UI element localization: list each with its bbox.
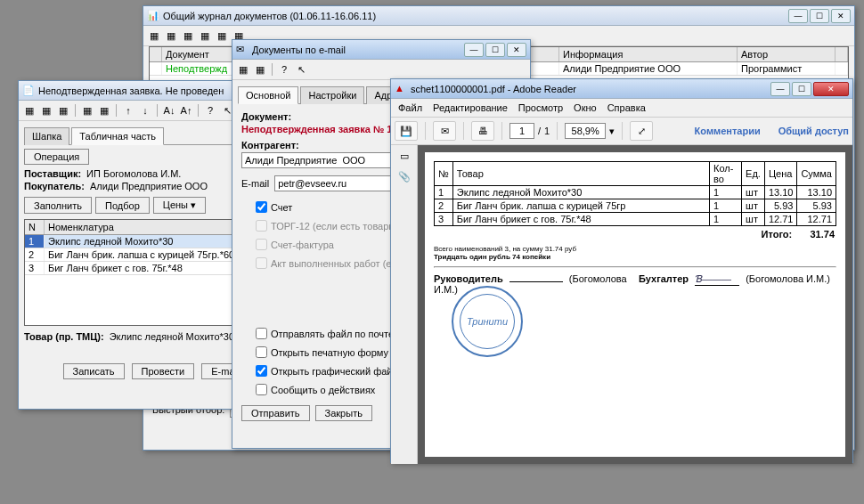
chevron-down-icon[interactable]: ▾ bbox=[609, 126, 615, 137]
save-icon[interactable]: 💾 bbox=[395, 121, 418, 141]
post-button[interactable]: Провести bbox=[132, 363, 195, 379]
tool-icon[interactable]: ▦ bbox=[97, 103, 111, 118]
tab-head[interactable]: Шапка bbox=[24, 127, 69, 145]
send-button[interactable]: Отправить bbox=[241, 405, 310, 421]
mail-icon[interactable]: ✉ bbox=[433, 121, 456, 141]
doc-icon: 📄 bbox=[22, 85, 35, 97]
summary1: Всего наименований 3, на сумму 31.74 руб bbox=[434, 245, 836, 253]
sort-icon[interactable]: A↓ bbox=[162, 103, 176, 118]
col-author[interactable]: Автор bbox=[738, 47, 835, 61]
select-button[interactable]: Подбор bbox=[95, 197, 150, 214]
tab-main[interactable]: Основной bbox=[238, 86, 298, 104]
page-cur-input[interactable] bbox=[509, 123, 534, 139]
operation-button[interactable]: Операция bbox=[24, 149, 89, 165]
cb-akt bbox=[256, 257, 267, 269]
pdf-page-content: № Товар Кол-во Ед. Цена Сумма 1Эклипс ле… bbox=[425, 152, 845, 457]
cb-sf bbox=[256, 239, 267, 250]
cell-doc[interactable]: Неподтвержд bbox=[162, 62, 242, 75]
menu-view[interactable]: Просмотр bbox=[518, 102, 563, 113]
close-button[interactable]: ✕ bbox=[507, 43, 526, 57]
pdf-window: ▲ schet1100000001.pdf - Adobe Reader — ☐… bbox=[390, 78, 853, 463]
accountant-label: Бухгалтер bbox=[639, 273, 689, 284]
pointer-icon[interactable]: ↖ bbox=[294, 62, 308, 77]
maximize-button[interactable]: ☐ bbox=[485, 43, 505, 57]
col-doc[interactable]: Документ bbox=[162, 47, 242, 61]
app-icon: 📊 bbox=[147, 10, 159, 22]
cb-schet[interactable] bbox=[256, 201, 267, 213]
up-icon[interactable]: ↑ bbox=[121, 103, 135, 118]
supplier-value: ИП Богомолова И.М. bbox=[86, 168, 181, 179]
table-row: 1Эклипс ледяной Мохито*301шт13.1013.10 bbox=[435, 186, 836, 199]
cb-mail[interactable] bbox=[256, 328, 267, 339]
tool-icon[interactable]: ▦ bbox=[198, 28, 212, 43]
email-titlebar[interactable]: ✉ Документы по e-mail — ☐ ✕ bbox=[232, 40, 530, 60]
tool-icon[interactable]: ▦ bbox=[147, 28, 161, 43]
zoom-input[interactable] bbox=[565, 123, 606, 139]
total-label: Итого: bbox=[762, 229, 793, 240]
doc-label: Документ: bbox=[241, 111, 291, 122]
cb-report[interactable] bbox=[256, 384, 267, 395]
tool-icon[interactable]: ▦ bbox=[80, 103, 94, 118]
total-value: 31.74 bbox=[810, 229, 835, 240]
pdf-sidebar: ▭ 📎 bbox=[391, 145, 418, 464]
contr-label: Контрагент: bbox=[241, 140, 299, 150]
fill-button[interactable]: Заполнить bbox=[24, 197, 92, 214]
thumbnails-icon[interactable]: ▭ bbox=[400, 150, 409, 162]
tmc-value: Эклипс ледяной Мохито*30 bbox=[110, 331, 234, 342]
help-icon[interactable]: ? bbox=[277, 62, 291, 77]
menu-file[interactable]: Файл bbox=[398, 102, 422, 113]
tool-icon[interactable]: ▦ bbox=[39, 103, 53, 118]
supplier-label: Поставщик: bbox=[24, 168, 81, 179]
fullscreen-icon[interactable]: ⤢ bbox=[630, 121, 653, 141]
tool-icon[interactable]: ▦ bbox=[22, 103, 37, 118]
tab-settings[interactable]: Настройки bbox=[300, 86, 364, 104]
tool-icon[interactable]: ▦ bbox=[164, 28, 178, 43]
prices-button[interactable]: Цены ▾ bbox=[153, 197, 206, 214]
minimize-button[interactable]: — bbox=[788, 9, 808, 23]
invoice-table: № Товар Кол-во Ед. Цена Сумма 1Эклипс ле… bbox=[434, 161, 836, 226]
journal-titlebar[interactable]: 📊 Общий журнал документов (01.06.11-16.0… bbox=[143, 6, 854, 26]
maximize-button[interactable]: ☐ bbox=[792, 82, 811, 96]
tool-icon[interactable]: ▦ bbox=[181, 28, 195, 43]
minimize-button[interactable]: — bbox=[770, 82, 790, 96]
accountant-name: (Богомолова И.М.) bbox=[746, 273, 830, 284]
cb-print[interactable] bbox=[256, 346, 267, 358]
stamp: Тринити bbox=[452, 286, 523, 357]
attachment-icon[interactable]: 📎 bbox=[398, 171, 411, 183]
cb-graphic[interactable] bbox=[256, 365, 267, 377]
menu-edit[interactable]: Редактирование bbox=[433, 102, 508, 113]
print-icon[interactable]: 🖶 bbox=[471, 121, 494, 141]
col-n[interactable]: N bbox=[25, 220, 45, 234]
tmc-label: Товар (пр. ТМЦ): bbox=[24, 331, 104, 342]
pdf-titlebar[interactable]: ▲ schet1100000001.pdf - Adobe Reader — ☐… bbox=[391, 79, 852, 99]
comments-link[interactable]: Комментарии bbox=[695, 126, 761, 136]
tool-icon[interactable]: ▦ bbox=[56, 103, 70, 118]
share-link[interactable]: Общий доступ bbox=[778, 126, 849, 136]
table-row: 3Биг Ланч брикет с гов. 75г.*481шт12.711… bbox=[435, 213, 836, 226]
menu-window[interactable]: Окно bbox=[574, 102, 597, 113]
cell-author[interactable]: Программист bbox=[738, 62, 835, 75]
journal-title: Общий журнал документов (01.06.11-16.06.… bbox=[163, 11, 788, 21]
email-toolbar: ▦ ▦ ? ↖ bbox=[232, 60, 530, 80]
minimize-button[interactable]: — bbox=[464, 43, 484, 57]
col-info[interactable]: Информация bbox=[559, 47, 738, 61]
down-icon[interactable]: ↓ bbox=[138, 103, 152, 118]
email-close-button[interactable]: Закрыть bbox=[315, 405, 372, 421]
tab-table[interactable]: Табличная часть bbox=[71, 127, 164, 145]
email-title: Документы по e-mail bbox=[252, 45, 464, 55]
sort-icon[interactable]: A↑ bbox=[179, 103, 193, 118]
pdf-viewport[interactable]: № Товар Кол-во Ед. Цена Сумма 1Эклипс ле… bbox=[418, 145, 852, 464]
tool-icon[interactable]: ▦ bbox=[253, 62, 267, 77]
menu-help[interactable]: Справка bbox=[607, 102, 646, 113]
cell-info[interactable]: Алиди Предприятие ООО bbox=[559, 62, 738, 75]
close-button[interactable]: ✕ bbox=[831, 9, 851, 23]
maximize-button[interactable]: ☐ bbox=[810, 9, 829, 23]
summary2: Тридцать один рубль 74 копейки bbox=[434, 253, 836, 261]
write-button[interactable]: Записать bbox=[63, 363, 125, 379]
close-button[interactable]: ✕ bbox=[813, 82, 849, 96]
help-icon[interactable]: ? bbox=[203, 103, 217, 118]
pdf-menu: Файл Редактирование Просмотр Окно Справк… bbox=[391, 99, 852, 117]
tool-icon[interactable]: ▦ bbox=[236, 62, 250, 77]
pdf-icon: ▲ bbox=[395, 83, 407, 95]
tool-icon[interactable]: ▦ bbox=[215, 28, 229, 43]
